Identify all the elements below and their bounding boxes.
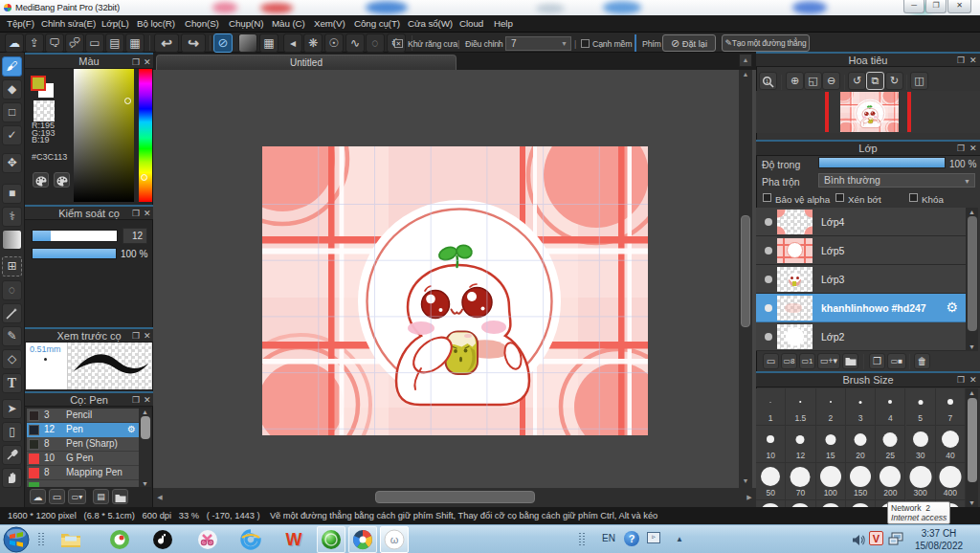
svg-text:ω: ω [390,534,399,545]
svg-text:1: 1 [766,78,768,84]
